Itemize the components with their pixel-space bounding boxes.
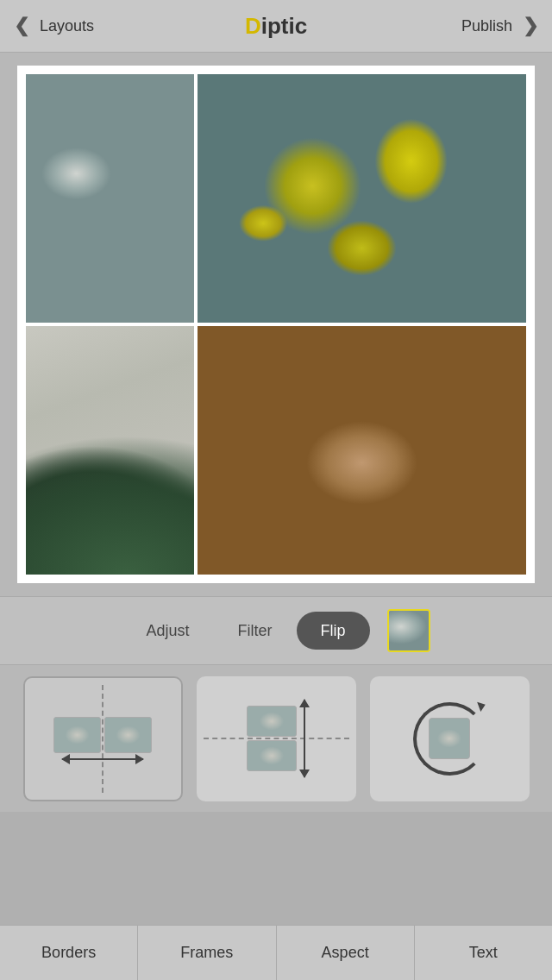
logo-suffix: iptic: [261, 13, 307, 39]
flip-vertical-card[interactable]: [197, 676, 356, 801]
layouts-button[interactable]: Layouts: [40, 17, 94, 35]
thumbnail-image: [389, 611, 429, 650]
aspect-tab[interactable]: Aspect: [277, 926, 415, 980]
mini-photo-right: [104, 717, 152, 753]
forward-arrow-icon[interactable]: ❯: [518, 13, 543, 39]
header-right: Publish ❯: [365, 13, 543, 39]
toolbar-thumbnail[interactable]: [387, 609, 430, 652]
canvas-area: [0, 53, 552, 596]
horizontal-arrow: [53, 758, 152, 760]
bottom-nav: Borders Frames Aspect Text: [0, 925, 552, 980]
photo-3[interactable]: [26, 326, 194, 575]
vertical-arrow: [304, 700, 305, 777]
flip-horizontal-card[interactable]: [23, 676, 183, 801]
arrow-right-line: [103, 758, 143, 760]
mini-photo-top: [247, 706, 297, 737]
photo-2[interactable]: [198, 74, 526, 323]
collage-frame: [17, 66, 535, 583]
rotate-arrow-tip: [477, 699, 487, 711]
arrow-left-line: [62, 758, 103, 760]
back-arrow-icon[interactable]: ❮: [9, 13, 34, 39]
flip-tab[interactable]: Flip: [297, 612, 370, 650]
filter-tab[interactable]: Filter: [214, 612, 297, 650]
arrow-up-line: [304, 700, 305, 738]
logo-text: Diptic: [245, 13, 307, 40]
adjust-tab[interactable]: Adjust: [122, 612, 213, 650]
text-tab[interactable]: Text: [415, 926, 552, 980]
mini-photo-bottom: [247, 740, 297, 771]
toolbar-section: Adjust Filter Flip: [0, 596, 552, 665]
rotate-icon: [413, 702, 486, 776]
app-header: ❮ Layouts Diptic Publish ❯: [0, 0, 552, 53]
mini-photo-left: [53, 717, 101, 753]
rotate-mini-photo: [429, 718, 470, 759]
header-left: ❮ Layouts: [9, 13, 187, 39]
arrow-down-line: [304, 738, 305, 777]
flip-horizontal-icon: [53, 717, 152, 760]
publish-button[interactable]: Publish: [461, 17, 512, 35]
logo-d-icon: D: [245, 13, 261, 39]
dashed-horizontal-divider: [204, 738, 349, 739]
photo-1[interactable]: [26, 74, 194, 323]
options-section: [0, 665, 552, 812]
borders-tab[interactable]: Borders: [0, 926, 138, 980]
frames-tab[interactable]: Frames: [138, 926, 276, 980]
photo-4[interactable]: [198, 326, 526, 575]
header-logo: Diptic: [187, 13, 366, 40]
rotate-card[interactable]: [370, 676, 530, 801]
flip-horizontal-photos: [53, 717, 152, 753]
